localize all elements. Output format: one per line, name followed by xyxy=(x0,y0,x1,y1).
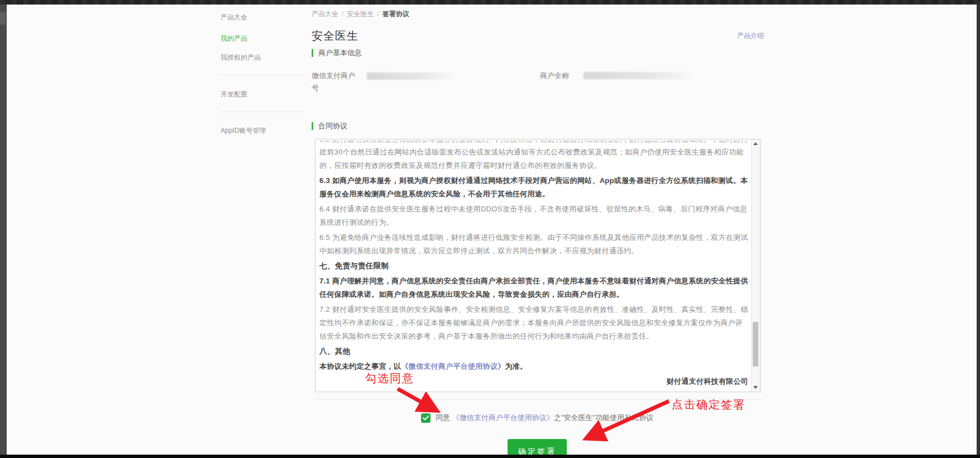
field-label-merchant-id: 微信支付商户号 xyxy=(312,70,360,94)
agreement-clipped-line: 6.2 财付通有权根据业务情况调整本服务的收费规则、内容及价格；若财付通进行相应… xyxy=(319,141,748,146)
sidebar-item-dev-config[interactable]: 开发配置 xyxy=(221,90,247,99)
consent-agreement-link[interactable]: 《微信支付商户平台使用协议》 xyxy=(452,413,554,422)
section-header-merchant-info: 商户基本信息 xyxy=(312,48,362,58)
scroll-up-icon xyxy=(753,142,758,145)
agreement-paragraph-7-1: 7.1 商户理解并同意，商户信息系统的安全责任由商户承担全部责任，商户使用本服务… xyxy=(319,274,748,301)
sidebar-item-authorized-products[interactable]: 我授权的产品 xyxy=(221,53,261,62)
section-header-contract: 合同协议 xyxy=(312,121,347,131)
left-edge-highlight xyxy=(0,12,6,25)
breadcrumb-separator: / xyxy=(377,10,379,18)
breadcrumb-item-sign-agreement: 签署协议 xyxy=(383,10,409,18)
agreement-text: 6.2 财付通有权根据业务情况调整本服务的收费规则、内容及价格；若财付通进行相应… xyxy=(315,139,752,392)
agreement-scroll-box[interactable]: 6.2 财付通有权根据业务情况调整本服务的收费规则、内容及价格；若财付通进行相应… xyxy=(315,139,761,392)
agree-checkbox[interactable] xyxy=(421,413,431,423)
breadcrumb-separator: / xyxy=(342,10,343,18)
scrollbar-track[interactable] xyxy=(751,139,760,392)
submit-button-row: 确定签署 xyxy=(315,439,759,455)
sidebar-divider xyxy=(219,75,305,75)
section-accent-bar xyxy=(312,122,313,130)
annotation-click-sign: 点击确定签署 xyxy=(672,397,745,412)
scroll-down-icon xyxy=(753,386,758,389)
browser-bottom-bar xyxy=(0,455,980,458)
breadcrumb-item-product-catalog[interactable]: 产品大全 xyxy=(312,10,338,18)
section-title: 合同协议 xyxy=(318,121,347,131)
agreement-paragraph-6-5: 6.5 为避免给商户业务连续性造成影响，财付通将进行低频安全检测。由于不同操作系… xyxy=(319,231,748,258)
scrollbar-thumb[interactable] xyxy=(753,322,758,367)
consent-label: 同意 《微信支付商户平台使用协议》之"安全医生"功能使用补充协议 xyxy=(436,413,653,423)
agreement-paragraph: 提前30个自然日通过在网站内合适版面发布公告或发送站内通知等方式公布收费政策及规… xyxy=(319,146,748,172)
masked-value-merchant-name xyxy=(584,72,690,79)
agreement-paragraph-6-3: 6.3 如商户使用本服务，则视为商户授权财付通通过网络技术手段对商户营运的网站、… xyxy=(319,174,748,201)
field-label-merchant-name: 商户全称 xyxy=(540,70,569,82)
annotation-check-agree: 勾选同意 xyxy=(365,371,414,386)
other-clause-post: 为准。 xyxy=(505,362,528,370)
agreement-paragraph-6-4: 6.4 财付通承诺在提供安全医生服务过程中未使用DDOS攻击手段，不含有使用破坏… xyxy=(319,203,748,229)
sidebar-item-product-catalog[interactable]: 产品大全 xyxy=(221,13,247,22)
breadcrumb-item-security-doctor[interactable]: 安全医生 xyxy=(347,10,374,18)
browser-right-edge xyxy=(977,4,980,455)
scrollbar-up-button[interactable] xyxy=(752,139,760,147)
consent-suffix: 之"安全医生"功能使用补充协议 xyxy=(554,413,653,422)
confirm-sign-button[interactable]: 确定签署 xyxy=(508,439,567,455)
scrollbar-down-button[interactable] xyxy=(752,384,760,392)
sidebar-divider xyxy=(219,112,305,112)
page-title: 安全医生 xyxy=(312,28,358,44)
agreement-heading-8: 八、其他 xyxy=(319,345,748,358)
breadcrumb: 产品大全/安全医生/签署协议 xyxy=(312,9,409,19)
browser-top-bar xyxy=(0,0,980,4)
agreement-heading-7: 七、免责与责任限制 xyxy=(319,259,748,273)
section-title: 商户基本信息 xyxy=(318,48,362,58)
platform-agreement-link[interactable]: 《微信支付商户平台使用协议》 xyxy=(401,362,505,370)
masked-value-merchant-id xyxy=(367,73,452,80)
consent-prefix: 同意 xyxy=(436,413,452,422)
screenshot-stage: 产品大全 我的产品 我授权的产品 开发配置 AppID账号管理 产品大全/安全医… xyxy=(0,0,980,458)
section-accent-bar xyxy=(312,49,313,57)
sidebar-item-my-products[interactable]: 我的产品 xyxy=(221,34,247,44)
agreement-paragraph-7-2: 7.2 财付通对安全医生提供的安全风险事件、安全检测信息、安全修复方案等信息的有… xyxy=(319,303,748,343)
consent-row: 同意 《微信支付商户平台使用协议》之"安全医生"功能使用补充协议 xyxy=(315,413,759,423)
other-clause-pre: 本协议未约定之事宜，以 xyxy=(319,362,401,370)
product-intro-link[interactable]: 产品介绍 xyxy=(737,31,764,41)
check-icon xyxy=(423,416,429,421)
merchant-platform-page: 产品大全 我的产品 我授权的产品 开发配置 AppID账号管理 产品大全/安全医… xyxy=(7,4,977,455)
browser-left-edge xyxy=(0,4,7,455)
sidebar-item-appid-management[interactable]: AppID账号管理 xyxy=(221,126,266,136)
